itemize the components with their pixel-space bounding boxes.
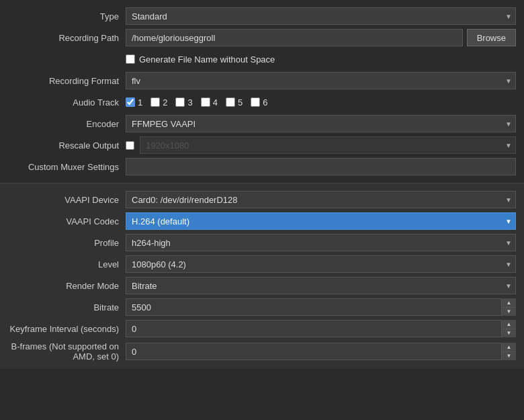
bframes-spinbox-wrapper: ▲ ▼ [126,343,516,360]
encoder-label: Encoder [8,119,126,129]
encoder-row: Encoder FFMPEG VAAPI ▼ [0,113,524,134]
vaapi-codec-select[interactable]: H.264 (default) [126,212,516,230]
audio-track-1-checkbox[interactable] [126,97,135,107]
generate-filename-checkbox[interactable] [126,54,135,64]
audio-track-4-checkbox[interactable] [201,97,210,107]
keyframe-arrows: ▲ ▼ [501,320,516,337]
vaapi-codec-select-wrapper: H.264 (default) ▼ [126,212,516,230]
bframes-arrows: ▲ ▼ [501,343,516,360]
type-select-wrapper: Standard ▼ [126,7,516,25]
keyframe-up-button[interactable]: ▲ [502,320,516,329]
bframes-down-button[interactable]: ▼ [502,352,516,361]
encoder-select[interactable]: FFMPEG VAAPI [126,115,516,132]
rescale-select[interactable]: 1920x1080 [140,136,516,154]
type-row: Type Standard ▼ [0,5,524,27]
render-mode-row: Render Mode Bitrate ▼ [0,275,524,296]
bitrate-arrows: ▲ ▼ [501,298,516,316]
audio-track-5-checkbox[interactable] [226,97,235,107]
recording-path-controls: Browse [126,29,516,46]
keyframe-input[interactable] [126,320,516,337]
audio-track-3-label: 3 [187,97,192,108]
encoder-select-wrapper: FFMPEG VAAPI ▼ [126,115,516,132]
audio-track-4-label: 4 [213,97,218,108]
vaapi-codec-row: VAAPI Codec H.264 (default) ▼ [0,210,524,232]
generate-filename-row: Generate File Name without Space [0,48,524,70]
render-mode-select[interactable]: Bitrate [126,277,516,294]
recording-path-row: Recording Path Browse [0,27,524,48]
keyframe-spinbox-wrapper: ▲ ▼ [126,320,516,337]
audio-track-label: Audio Track [8,97,126,108]
generate-filename-label[interactable]: Generate File Name without Space [126,54,516,65]
type-select[interactable]: Standard [126,7,516,25]
bframes-input[interactable] [126,343,516,360]
custom-muxer-control [126,158,516,175]
vaapi-device-label: VAAPI Device [8,195,126,205]
browse-button[interactable]: Browse [467,29,516,46]
audio-track-2[interactable]: 2 [150,97,167,108]
audio-track-row: Audio Track 1 2 3 4 5 [0,91,524,113]
custom-muxer-input[interactable] [126,158,516,175]
type-label: Type [8,11,126,22]
profile-row: Profile h264-high ▼ [0,232,524,253]
profile-select[interactable]: h264-high [126,234,516,251]
generate-filename-control: Generate File Name without Space [126,54,516,65]
rescale-output-row: Rescale Output 1920x1080 ▼ [0,134,524,156]
level-select[interactable]: 1080p60 (4.2) [126,255,516,273]
bitrate-up-button[interactable]: ▲ [502,298,516,308]
render-mode-select-wrapper: Bitrate ▼ [126,277,516,294]
audio-track-2-checkbox[interactable] [150,97,160,107]
bframes-label: B-frames (Not supported on AMD, set 0) [8,341,126,362]
audio-track-6[interactable]: 6 [251,97,267,108]
render-mode-label: Render Mode [8,281,126,291]
rescale-output-controls: 1920x1080 ▼ [126,136,516,154]
bitrate-spinbox-wrapper: ▲ ▼ [126,298,516,316]
rescale-output-label: Rescale Output [8,140,126,151]
audio-track-6-label: 6 [263,97,267,108]
rescale-select-wrapper: 1920x1080 ▼ [140,136,516,154]
level-label: Level [8,259,126,269]
audio-track-5-label: 5 [238,97,243,108]
vaapi-device-select-wrapper: Card0: /dev/dri/renderD128 ▼ [126,191,516,208]
recording-path-label: Recording Path [8,33,126,43]
profile-select-wrapper: h264-high ▼ [126,234,516,251]
bframes-up-button[interactable]: ▲ [502,343,516,352]
generate-filename-text: Generate File Name without Space [139,54,275,65]
audio-track-controls: 1 2 3 4 5 6 [126,97,516,108]
custom-muxer-label: Custom Muxer Settings [8,162,126,172]
custom-muxer-row: Custom Muxer Settings [0,156,524,177]
keyframe-down-button[interactable]: ▼ [502,329,516,338]
audio-track-3[interactable]: 3 [175,97,192,108]
recording-format-select[interactable]: flv [126,72,516,89]
vaapi-device-row: VAAPI Device Card0: /dev/dri/renderD128 … [0,189,524,210]
audio-track-5[interactable]: 5 [226,97,243,108]
bitrate-input[interactable] [126,298,516,316]
profile-label: Profile [8,238,126,248]
audio-track-1-label: 1 [138,97,142,108]
rescale-output-checkbox[interactable] [126,141,134,150]
bitrate-down-button[interactable]: ▼ [502,308,516,317]
vaapi-codec-label: VAAPI Codec [8,216,126,226]
audio-track-3-checkbox[interactable] [175,97,185,107]
recording-path-input[interactable] [126,29,463,46]
bitrate-label: Bitrate [8,302,126,312]
keyframe-label: Keyframe Interval (seconds) [8,324,126,334]
audio-track-2-label: 2 [163,97,167,108]
level-select-wrapper: 1080p60 (4.2) ▼ [126,255,516,273]
level-row: Level 1080p60 (4.2) ▼ [0,253,524,275]
keyframe-row: Keyframe Interval (seconds) ▲ ▼ [0,318,524,339]
recording-format-label: Recording Format [8,76,126,86]
recording-format-select-wrapper: flv ▼ [126,72,516,89]
audio-track-6-checkbox[interactable] [251,97,260,107]
recording-format-row: Recording Format flv ▼ [0,70,524,91]
audio-track-1[interactable]: 1 [126,97,142,108]
bframes-row: B-frames (Not supported on AMD, set 0) ▲… [0,339,524,364]
bitrate-row: Bitrate ▲ ▼ [0,296,524,318]
vaapi-device-select[interactable]: Card0: /dev/dri/renderD128 [126,191,516,208]
audio-track-4[interactable]: 4 [201,97,218,108]
